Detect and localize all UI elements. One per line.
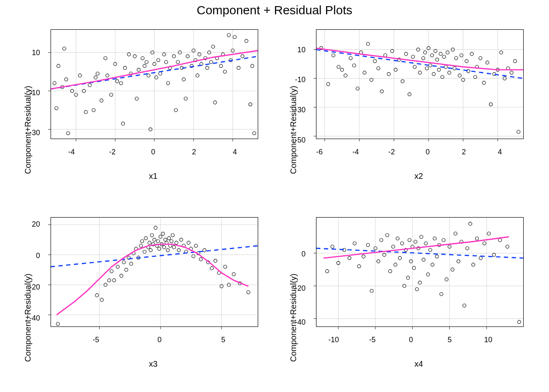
svg-point-83 <box>249 103 252 106</box>
svg-point-298 <box>409 260 413 263</box>
svg-point-24 <box>100 99 103 102</box>
svg-point-37 <box>137 68 140 71</box>
ytick: -30 <box>24 129 40 137</box>
svg-point-14 <box>67 131 70 135</box>
svg-point-41 <box>147 74 150 77</box>
svg-point-39 <box>143 64 146 67</box>
ytick: -20 <box>289 284 306 292</box>
svg-point-305 <box>420 235 423 238</box>
svg-point-119 <box>373 60 377 63</box>
xtick: 0 <box>409 336 413 344</box>
xtick: -5 <box>369 336 375 344</box>
svg-point-197 <box>110 270 113 273</box>
svg-point-328 <box>483 242 486 245</box>
svg-point-312 <box>435 255 439 258</box>
xlabel: x2 <box>414 172 423 181</box>
svg-point-63 <box>196 74 199 77</box>
svg-point-233 <box>172 245 176 249</box>
svg-point-280 <box>362 255 365 258</box>
svg-point-290 <box>394 263 397 266</box>
svg-point-231 <box>170 240 173 243</box>
xtick: 2 <box>192 148 196 156</box>
svg-point-139 <box>430 53 433 57</box>
xtick: -4 <box>352 148 359 156</box>
svg-point-118 <box>370 78 373 82</box>
svg-point-35 <box>133 55 136 58</box>
svg-point-25 <box>104 57 107 60</box>
svg-point-167 <box>500 51 503 54</box>
svg-point-149 <box>448 71 451 74</box>
plot-svg <box>45 29 261 143</box>
svg-point-325 <box>472 263 475 266</box>
svg-point-282 <box>370 289 373 292</box>
svg-point-199 <box>116 265 119 268</box>
svg-point-64 <box>198 53 201 56</box>
svg-point-229 <box>167 236 171 240</box>
svg-point-84 <box>251 64 254 67</box>
svg-point-333 <box>518 320 521 323</box>
svg-point-320 <box>457 260 460 263</box>
svg-point-215 <box>150 234 154 237</box>
svg-point-151 <box>453 67 456 70</box>
ytick: -40 <box>289 318 306 327</box>
svg-point-279 <box>357 265 361 268</box>
svg-point-79 <box>233 36 236 39</box>
svg-point-153 <box>458 74 461 77</box>
xtick: 0 <box>426 148 430 156</box>
svg-point-307 <box>424 242 427 245</box>
svg-point-200 <box>120 274 123 277</box>
svg-point-146 <box>442 55 446 58</box>
svg-point-302 <box>415 287 419 291</box>
svg-point-204 <box>129 262 133 265</box>
svg-point-121 <box>380 90 384 93</box>
svg-point-113 <box>353 64 356 67</box>
svg-point-331 <box>498 238 502 242</box>
svg-point-194 <box>100 298 103 301</box>
svg-point-161 <box>479 57 482 60</box>
dashed-line <box>51 246 258 267</box>
svg-point-201 <box>122 261 125 264</box>
svg-point-277 <box>348 256 351 260</box>
svg-point-48 <box>163 53 166 56</box>
svg-point-301 <box>414 240 417 243</box>
svg-point-107 <box>326 82 330 86</box>
xtick: -2 <box>109 148 116 156</box>
svg-point-232 <box>171 234 174 237</box>
svg-point-274 <box>331 245 334 248</box>
svg-point-248 <box>214 259 217 263</box>
svg-point-52 <box>172 55 176 58</box>
svg-point-136 <box>425 67 428 70</box>
svg-point-33 <box>127 53 131 56</box>
svg-point-129 <box>408 93 411 96</box>
svg-point-210 <box>143 250 146 253</box>
svg-point-304 <box>418 281 422 284</box>
ytick: 10 <box>289 45 306 54</box>
svg-point-20 <box>88 83 92 87</box>
svg-point-217 <box>153 238 156 241</box>
svg-point-192 <box>56 322 60 325</box>
svg-point-162 <box>482 81 486 85</box>
ytick: 0 <box>24 251 40 260</box>
svg-point-288 <box>388 270 392 273</box>
plot-svg <box>310 216 527 331</box>
svg-point-332 <box>506 245 509 248</box>
svg-point-214 <box>149 249 152 252</box>
xtick: 0 <box>158 336 162 344</box>
svg-point-117 <box>366 42 370 45</box>
xlabel: x1 <box>149 172 157 181</box>
svg-point-59 <box>186 55 189 58</box>
svg-point-58 <box>184 97 187 100</box>
svg-point-251 <box>223 265 227 268</box>
svg-point-8 <box>53 82 56 85</box>
svg-point-300 <box>412 266 415 270</box>
svg-point-73 <box>219 64 223 67</box>
svg-point-247 <box>210 267 213 270</box>
svg-point-9 <box>55 107 58 110</box>
svg-point-45 <box>155 76 158 79</box>
svg-rect-174 <box>316 29 523 139</box>
xtick: -2 <box>388 148 395 156</box>
svg-point-198 <box>112 278 116 282</box>
svg-point-27 <box>109 93 113 96</box>
svg-point-40 <box>145 60 148 64</box>
ytick: -10 <box>289 76 306 84</box>
